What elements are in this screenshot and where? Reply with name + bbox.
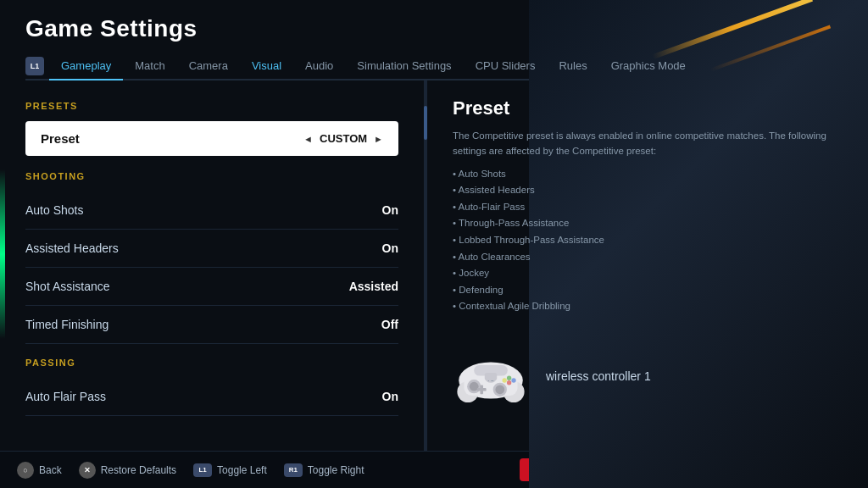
svg-rect-10 [477,388,487,391]
bullet-through-pass: Through-Pass Assistance [453,215,843,232]
restore-defaults-action[interactable]: ✕ Restore Defaults [79,462,176,479]
bullet-assisted-headers: Assisted Headers [453,182,843,199]
svg-point-13 [507,375,511,380]
tab-visual[interactable]: Visual [240,53,293,79]
bullet-lobbed-through-pass: Lobbed Through-Pass Assistance [453,232,843,249]
passing-section-header: PASSING [25,358,398,368]
circle-button-icon: ○ [17,462,34,479]
shot-assistance-label: Shot Assistance [25,280,110,293]
bottom-left-actions: ○ Back ✕ Restore Defaults L1 Toggle Left… [17,462,364,479]
svg-point-12 [511,378,515,382]
back-action[interactable]: ○ Back [17,462,62,479]
r1-button-icon: R1 [284,463,303,477]
tab-camera[interactable]: Camera [177,53,240,79]
auto-shots-label: Auto Shots [25,203,84,217]
affected-settings-list: Auto Shots Assisted Headers Auto-Flair P… [453,166,843,315]
timed-finishing-value: Off [381,318,398,331]
chevron-left-icon: ◄ [303,134,313,144]
auto-flair-pass-value: On [382,390,398,403]
setting-auto-flair-pass[interactable]: Auto Flair Pass On [25,378,398,416]
tab-rules[interactable]: Rules [547,53,598,79]
preset-current-value: CUSTOM [320,132,367,145]
preset-label: Preset [41,131,80,146]
right-panel: Preset The Competitive preset is always … [427,80,868,451]
tab-cpu-sliders[interactable]: CPU Sliders [464,53,548,79]
main-container: Game Settings L1 Gameplay Match Camera V… [0,0,868,488]
setting-shot-assistance[interactable]: Shot Assistance Assisted [25,268,398,306]
controller-section: PS wireless controller 1 [453,341,843,413]
bullet-contextual-agile: Contextual Agile Dribbling [453,298,843,315]
preset-row[interactable]: Preset ◄ CUSTOM ► [25,121,398,156]
tab-simulation-settings[interactable]: Simulation Settings [345,53,463,79]
bullet-auto-shots: Auto Shots [453,166,843,183]
bullet-jockey: Jockey [453,265,843,282]
l1-icon[interactable]: L1 [25,57,44,75]
passing-divider: PASSING [25,358,398,368]
controller-icon: PS [453,349,529,404]
bullet-defending: Defending [453,282,843,299]
setting-auto-shots[interactable]: Auto Shots On [25,191,398,230]
back-label: Back [39,464,62,476]
toggle-right-action[interactable]: R1 Toggle Right [284,463,364,477]
shooting-section-header: SHOOTING [25,171,398,181]
shot-assistance-value: Assisted [349,280,398,293]
assisted-headers-label: Assisted Headers [25,241,119,255]
cross-button-icon: ✕ [79,462,96,479]
bullet-auto-clearances: Auto Clearances [453,249,843,266]
svg-rect-17 [485,373,497,380]
auto-shots-value: On [382,203,398,217]
tab-audio[interactable]: Audio [293,53,345,79]
shooting-divider: SHOOTING [25,171,398,181]
toggle-left-label: Toggle Left [217,464,267,476]
bg-green-line [0,169,5,339]
timed-finishing-label: Timed Finishing [25,318,108,331]
setting-timed-finishing[interactable]: Timed Finishing Off [25,306,398,344]
toggle-right-label: Toggle Right [308,464,364,476]
setting-assisted-headers[interactable]: Assisted Headers On [25,230,398,268]
svg-point-11 [507,380,511,385]
toggle-left-action[interactable]: L1 Toggle Left [193,463,267,477]
bullet-auto-flair-pass: Auto-Flair Pass [453,199,843,216]
presets-section-header: PRESETS [25,101,398,111]
preset-value-display: ◄ CUSTOM ► [303,132,383,145]
right-panel-title: Preset [453,97,843,119]
l1-button-icon: L1 [193,463,212,477]
chevron-right-icon: ► [374,134,383,144]
content-area: PRESETS Preset ◄ CUSTOM ► SHOOTING Auto … [0,80,868,451]
tab-graphics-mode[interactable]: Graphics Mode [599,53,698,79]
right-panel-description: The Competitive preset is always enabled… [453,128,843,159]
controller-name-label: wireless controller 1 [546,369,651,383]
left-panel: PRESETS Preset ◄ CUSTOM ► SHOOTING Auto … [0,80,424,451]
auto-flair-pass-label: Auto Flair Pass [25,390,106,403]
svg-point-14 [503,378,507,382]
tab-gameplay[interactable]: Gameplay [49,53,123,79]
restore-label: Restore Defaults [101,464,176,476]
assisted-headers-value: On [382,241,398,255]
svg-point-8 [495,385,504,394]
tab-match[interactable]: Match [123,53,176,79]
